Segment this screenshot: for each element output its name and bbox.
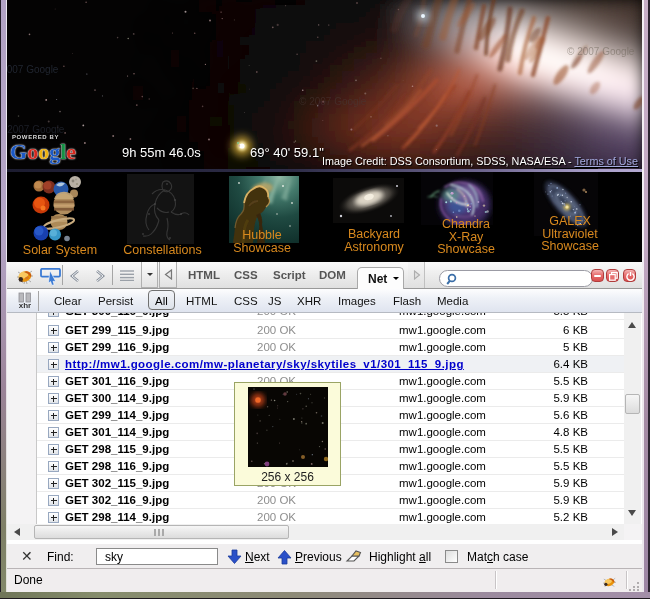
svg-text:xhr: xhr — [19, 301, 31, 309]
